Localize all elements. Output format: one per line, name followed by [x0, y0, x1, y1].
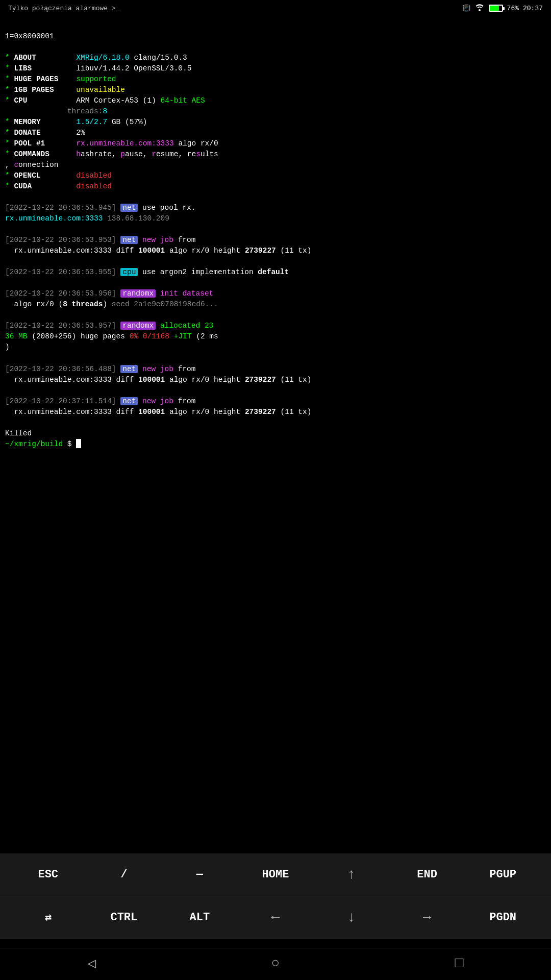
log1-tag: net — [120, 204, 138, 212]
memory-value: 1.5/2.7 — [76, 118, 107, 126]
cursor — [76, 439, 81, 448]
log7-tag: net — [120, 397, 138, 405]
commands-extra: , — [5, 161, 14, 169]
key-tab[interactable]: ⇄ — [28, 906, 68, 928]
libs-value: libuv/1.44.2 OpenSSL/3.0.5 — [76, 64, 191, 72]
keyboard: ESC / — HOME ↑ END PGUP ⇄ CTRL ALT ← ↓ →… — [0, 853, 551, 939]
log5-size: 23 — [205, 322, 213, 330]
status-icons: 📳 76% 20:37 — [462, 3, 543, 13]
key-end[interactable]: END — [407, 864, 447, 885]
log2-new-job: new job — [142, 236, 173, 244]
commands-label: COMMANDS — [14, 150, 49, 158]
time-display: 20:37 — [523, 5, 543, 12]
key-right[interactable]: → — [407, 905, 447, 929]
prompt-symbol: $ — [63, 440, 76, 448]
cpu-value: ARM Cortex-A53 (1) — [76, 96, 156, 105]
key-left[interactable]: ← — [255, 905, 296, 929]
memory-unit: GB (57%) — [112, 118, 147, 126]
cpu-label: CPU — [14, 96, 27, 105]
onegb-pages-label: 1GB PAGES — [14, 86, 54, 94]
home-button[interactable]: ○ — [271, 955, 280, 971]
cpu-threads: threads: — [67, 107, 103, 115]
donate-value: 2% — [76, 129, 85, 137]
huge-pages-label: HUGE PAGES — [14, 75, 58, 83]
wifi-icon — [474, 3, 485, 13]
log1-text: use pool rx. — [142, 204, 195, 212]
log6-tag: net — [120, 365, 138, 373]
init-line: 1=0x8000001 — [5, 32, 54, 40]
battery-icon — [489, 5, 503, 12]
keyboard-row-2: ⇄ CTRL ALT ← ↓ → PGDN — [0, 896, 551, 939]
battery-percent: 76% — [507, 5, 519, 12]
cmd-s: s — [196, 150, 201, 158]
pool-label: POOL #1 — [14, 139, 45, 148]
cmd-h: h — [76, 150, 81, 158]
cmd-p: p — [120, 150, 125, 158]
key-esc[interactable]: ESC — [28, 864, 68, 885]
key-slash[interactable]: / — [104, 864, 144, 885]
prompt-path: ~/xmrig/build — [5, 440, 63, 448]
onegb-pages-value: unavailable — [76, 86, 125, 94]
log5-ms: (2 ms — [196, 332, 218, 340]
log4-init: init dataset — [160, 289, 213, 298]
log1-time: [2022-10-22 20:36:53.945] — [5, 204, 116, 212]
log5-time: [2022-10-22 20:36:53.957] — [5, 322, 116, 330]
key-ctrl[interactable]: CTRL — [104, 907, 144, 928]
log5-jit: +JIT — [174, 332, 192, 340]
log5-size-cont: 36 MB — [5, 332, 28, 340]
status-bar: Tylko połączenia alarmowe >_ 📳 76% 20:37 — [0, 0, 551, 16]
key-alt[interactable]: ALT — [179, 907, 220, 928]
cuda-label: CUDA — [14, 182, 32, 190]
cpu-threads-count: 8 — [103, 107, 107, 115]
key-dash[interactable]: — — [179, 864, 220, 885]
recent-button[interactable]: □ — [455, 955, 464, 971]
huge-pages-value: supported — [76, 75, 116, 83]
log3-text: use argon2 implementation default — [142, 268, 289, 276]
log5-allocated: allocated — [160, 322, 200, 330]
cmd-r: r — [152, 150, 156, 158]
about-clang: clang/15.0.3 — [134, 54, 187, 62]
donate-label: DONATE — [14, 129, 40, 137]
cuda-value: disabled — [76, 182, 112, 190]
log1-ip: 138.68.130.209 — [107, 214, 169, 223]
back-button[interactable]: ◁ — [88, 954, 96, 972]
log2-time: [2022-10-22 20:36:53.953] — [5, 236, 116, 244]
log6-time: [2022-10-22 20:36:56.488] — [5, 365, 116, 373]
opencl-label: OPENCL — [14, 172, 40, 180]
keyboard-row-1: ESC / — HOME ↑ END PGUP — [0, 853, 551, 896]
key-down[interactable]: ↓ — [331, 905, 372, 929]
libs-label: LIBS — [14, 64, 32, 72]
log3-tag: cpu — [120, 268, 138, 276]
pool-extra: algo rx/0 — [178, 139, 218, 148]
key-pgup[interactable]: PGUP — [483, 864, 523, 885]
log7-time: [2022-10-22 20:37:11.514] — [5, 397, 116, 405]
log6-new-job: new job — [142, 365, 173, 373]
log2-tag: net — [120, 236, 138, 244]
log5-text: (2080+256) huge pages — [32, 332, 129, 340]
key-up[interactable]: ↑ — [331, 863, 372, 887]
carrier-text: Tylko połączenia alarmowe >_ — [8, 5, 119, 12]
log4-text: algo rx/0 (8 threads) seed 2a1e9e0708198… — [5, 300, 218, 308]
key-pgdn[interactable]: PGDN — [483, 907, 523, 928]
nav-bar: ◁ ○ □ — [0, 948, 551, 980]
vibrate-icon: 📳 — [462, 4, 470, 12]
log4-tag: randomx — [120, 289, 156, 298]
log4-time: [2022-10-22 20:36:53.956] — [5, 289, 116, 298]
log5-pages: 0% 0/1168 — [130, 332, 169, 340]
pool-host: rx.unmineable.com:3333 — [76, 139, 173, 148]
log1-host: rx.unmineable.com:3333 — [5, 214, 103, 223]
cmd-c: c — [14, 161, 18, 169]
terminal-output: 1=0x8000001 * ABOUT XMRig/6.18.0 clang/1… — [0, 16, 551, 454]
opencl-value: disabled — [76, 172, 112, 180]
battery-container — [489, 5, 503, 12]
about-version: XMRig/6.18.0 — [76, 54, 129, 62]
log7-new-job: new job — [142, 397, 173, 405]
memory-label: MEMORY — [14, 118, 40, 126]
key-home[interactable]: HOME — [255, 864, 296, 885]
cpu-extra: 64-bit AES — [161, 96, 205, 105]
killed-text: Killed — [5, 429, 32, 437]
about-label: ABOUT — [14, 54, 36, 62]
log5-tag: randomx — [120, 322, 156, 330]
log3-time: [2022-10-22 20:36:53.955] — [5, 268, 116, 276]
